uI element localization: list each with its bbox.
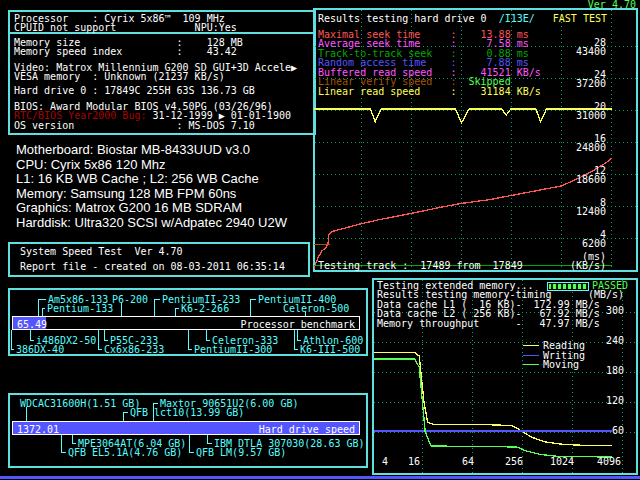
scale-connector-h [72,443,76,444]
scale-connector-h [153,403,158,404]
scale-label: QFB EL5.1A(4.76 GB) [68,448,182,457]
scale-connector-h [42,308,45,309]
scale-connector-v [61,435,62,452]
bottom-blue-line [0,476,640,479]
cpu-benchmark-bar: 65.49 Processor benchmark [12,316,360,330]
memory-units-label: (MB/s) [586,290,624,299]
scale-label: WDCAC31600H(1.51 GB) [20,399,140,408]
hdd-test-title-text-segment: Results testing hard drive 0 [318,13,499,24]
scale-connector-h [104,340,108,341]
hdd-axis-kbs-label: 18600 [560,175,606,184]
system-info-row-segment: CPUID not support NPU:Yes [14,22,237,33]
system-info-row: Memory speed index : 43.42 [14,47,237,56]
scale-connector-v [175,308,176,316]
hdd-axis-kbs-label: 43400 [560,47,606,56]
hdd-benchmark-bar: 1372.01 Hard drive speed [12,421,360,435]
cpu-benchmark-title: Processor benchmark [241,319,355,330]
scale-label: Celeron-500 [283,304,349,313]
hdd-axis-kbs-label: (KB/s) [560,261,606,270]
motherboard-line: Motherboard: Biostar MB-8433UUD v3.0 [16,143,316,158]
scale-connector-v [72,435,73,443]
scale-connector-h [294,349,298,350]
hdd-result-row: Linear verify speed : Skipped [318,77,511,86]
dos-system-speed-test-screen: Ver 4.70 Processor : Cyrix 5x86™ 109 MHz… [0,0,640,480]
hdd-result-row: Linear read speed : 31184 KB/s [318,87,541,96]
hdd-test-title-text: Results testing hard drive 0 /I13E/ FAST… [318,14,607,23]
hdd-test-title-text-segment: /I13E/ [499,13,535,24]
system-info-row: CPUID not support NPU:Yes [14,23,237,32]
scale-connector-h [98,349,102,350]
hdd-axis-kbs-label: 12400 [560,207,606,216]
memory-axis-x-label: 4096 [594,457,624,466]
scale-connector-v [297,330,298,340]
hdd-result-row-segment: Linear read speed : 31184 KB/s [318,86,541,97]
hdd-axis-kbs-label: 37200 [560,79,606,88]
speedtest-report-line: Report file - created on 08-03-2011 06:3… [20,262,285,271]
system-info-row: OS version : MS-DOS 7.10 [14,121,255,130]
motherboard-line: Memory: Samsung 128 MB FPM 60ns [16,187,316,202]
scale-connector-h [188,349,192,350]
system-info-row: RTC/BIOS Year2000 Bug: 31-12-1999 ▶ 01-0… [14,111,291,120]
system-info-row: VESA memory : Unknown (21237 KB/s) [14,72,225,81]
motherboard-line: Graphics: Matrox G200 16 MB SDRAM [16,201,316,216]
hdd-result-row: Random access time : 7.88 ms [318,58,529,67]
memory-axis-y-label: 240 [586,336,624,345]
scale-label: QFB LM(9.57 GB) [196,448,286,457]
scale-label: P6-200 [112,295,148,304]
memory-axis-x-label: 4 [370,457,400,466]
scale-connector-v [294,330,295,349]
scale-label: 386DX-40 [16,345,64,354]
scale-connector-v [104,330,105,340]
scale-connector-v [98,330,99,349]
scale-label: K6-2-266 [181,304,229,313]
motherboard-line: L1: 16 KB WB Cache ; L2: 256 WB Cache [16,172,316,187]
legend-moving-label: Moving [543,360,579,369]
system-info-row-segment: OS version : MS-DOS 7.10 [14,120,255,131]
scale-connector-v [38,299,39,316]
system-info-row-segment: Hard drive 0 : 17849C 255H 63S 136.73 GB [14,85,255,96]
scale-label: QFB lct10(13.99 GB) [130,408,244,417]
scale-connector-v [26,407,27,421]
memory-result-row: Memory throughput - 47.97 MB/s [377,319,600,328]
memory-test-progressbar [547,282,589,291]
scale-connector-v [250,299,251,316]
scale-label: PentiumII-300 [194,345,272,354]
memory-axis-x-label: 256 [499,457,529,466]
scale-connector-v [42,308,43,316]
scale-connector-h [38,299,46,300]
scale-connector-v [30,330,31,340]
hdd-benchmark-value: 1372.01 [17,424,59,435]
hdd-test-title-text-segment: FAST TEST [535,13,607,24]
hdd-test-status: Testing track : 17489 from 17849 [318,261,523,270]
memory-axis-x-label: 64 [453,457,483,466]
memory-result-row: Results testing memory-timing [377,290,552,299]
hdd-axis-kbs-label: 31000 [560,111,606,120]
scale-connector-h [61,452,66,453]
legend-writing-swatch [523,355,539,356]
scale-connector-h [175,308,179,309]
scale-connector-v [123,412,124,421]
speedtest-title: System Speed Test Ver 4.70 [20,247,183,256]
scale-connector-v [154,299,155,316]
memory-axis-y-label: 300 [586,306,624,315]
hdd-result-row: Average seek time : 7.58 ms [318,39,529,48]
scale-connector-h [297,340,301,341]
motherboard-line: CPU: Cyrix 5x86 120 Mhz [16,158,316,173]
scale-connector-v [206,330,207,340]
memory-axis-y-label: 120 [586,396,624,405]
memory-axis-y-label: 180 [586,366,624,375]
cpu-benchmark-value: 65.49 [17,319,47,330]
memory-axis-x-label: 16 [399,457,429,466]
scale-connector-h [30,340,34,341]
hdd-benchmark-title: Hard drive speed [259,424,355,435]
legend-moving-swatch [523,364,539,365]
scale-connector-h [154,299,160,300]
motherboard-summary: Motherboard: Biostar MB-8433UUD v3.0CPU:… [16,143,316,231]
motherboard-line: Harddisk: Ultra320 SCSI w/Adpatec 2940 U… [16,216,316,231]
system-info-row-segment: Memory speed index : 43.42 [14,46,237,57]
memory-axis-x-label: 1024 [547,457,577,466]
scale-connector-h [206,340,210,341]
scale-connector-v [189,435,190,452]
scale-label: K6-III-500 [300,345,360,354]
app-version-label: Ver 4.70 [560,0,636,9]
